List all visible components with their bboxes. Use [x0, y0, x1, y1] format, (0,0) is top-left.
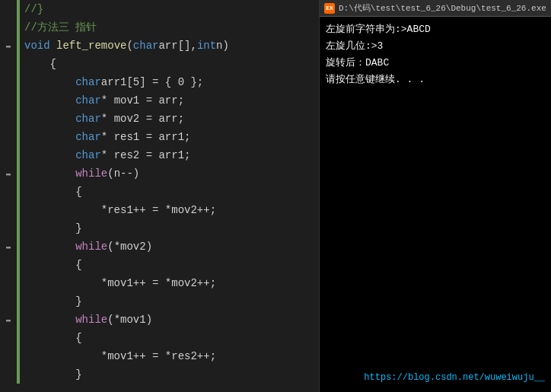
terminal-title: D:\代码\test\test_6_26\Debug\test_6_26.exe [339, 2, 546, 14]
code-line-11: { [0, 183, 319, 201]
kw-char-res2: char [75, 149, 101, 161]
line-content-7: char* mov2 = arr; [20, 110, 319, 128]
line-gutter-12 [0, 201, 17, 219]
collapse-icon-10[interactable]: ▬ [6, 170, 11, 178]
line-gutter-21 [0, 365, 17, 384]
keyword-int: int [197, 40, 216, 52]
code-line-15: { [0, 256, 319, 274]
terminal-line-1: 左旋前字符串为:>ABCD [326, 21, 545, 38]
terminal-line-3: 旋转后：DABC [326, 55, 545, 72]
terminal-line-4: 请按任意键继续. . . [326, 72, 545, 88]
line-content-14: while (*mov2) [20, 237, 319, 256]
line-content-20: *mov1++ = *res2++; [20, 347, 319, 365]
code-line-18: ▬ while (*mov1) [0, 311, 319, 329]
line-content-9: char* res2 = arr1; [20, 146, 319, 164]
line-content-4: { [20, 55, 319, 73]
terminal-titlebar: EX D:\代码\test\test_6_26\Debug\test_6_26.… [320, 0, 551, 17]
code-line-13: } [0, 219, 319, 237]
collapse-icon-18[interactable]: ▬ [6, 316, 11, 324]
keyword-while-1: while [75, 167, 107, 180]
code-line-16: *mov1++ = *mov2++; [0, 274, 319, 292]
line-content-3: void left_remove(char arr[], int n) [20, 37, 319, 55]
line-content-19: { [20, 329, 319, 347]
line-gutter-10[interactable]: ▬ [0, 164, 17, 183]
keyword-while-2: while [75, 241, 107, 253]
line-content-1: //} [20, 0, 319, 18]
line-gutter-20 [0, 347, 17, 365]
code-line-1: //} [0, 0, 319, 18]
line-gutter-7 [0, 110, 17, 128]
code-line-10: ▬ while (n--) [0, 164, 319, 183]
code-line-5: char arr1[5] = { 0 }; [0, 73, 319, 91]
line-gutter-17 [0, 292, 17, 311]
code-editor: //} //方法三 指针 ▬ void left_remove(char arr… [0, 0, 320, 392]
line-gutter-5 [0, 73, 17, 91]
terminal-app-icon: EX [324, 3, 335, 14]
line-content-13: } [20, 219, 319, 237]
code-line-17: } [0, 292, 319, 311]
code-line-9: char* res2 = arr1; [0, 146, 319, 164]
line-gutter-2 [0, 18, 17, 37]
code-line-7: char* mov2 = arr; [0, 110, 319, 128]
code-line-21: } [0, 365, 319, 384]
line-content-5: char arr1[5] = { 0 }; [20, 73, 319, 91]
line-content-15: { [20, 256, 319, 274]
line-gutter-9 [0, 146, 17, 164]
code-line-3: ▬ void left_remove(char arr[], int n) [0, 37, 319, 55]
line-gutter-4 [0, 55, 17, 73]
keyword-while-3: while [75, 314, 107, 326]
collapse-icon-14[interactable]: ▬ [6, 243, 11, 251]
line-content-17: } [20, 292, 319, 311]
code-line-4: { [0, 55, 319, 73]
line-gutter-1 [0, 0, 17, 18]
terminal-line-2: 左旋几位:>3 [326, 38, 545, 55]
comment-2: //方法三 指针 [24, 21, 97, 34]
terminal-body: 左旋前字符串为:>ABCD 左旋几位:>3 旋转后：DABC 请按任意键继续. … [320, 17, 551, 392]
kw-char-res1: char [75, 131, 101, 143]
line-content-18: while (*mov1) [20, 311, 319, 329]
line-gutter-14[interactable]: ▬ [0, 237, 17, 256]
func-name: left_remove [56, 40, 126, 52]
line-content-12: *res1++ = *mov2++; [20, 201, 319, 219]
line-gutter-18[interactable]: ▬ [0, 311, 17, 329]
code-line-8: char* res1 = arr1; [0, 128, 319, 146]
line-gutter-15 [0, 256, 17, 274]
terminal-panel: EX D:\代码\test\test_6_26\Debug\test_6_26.… [320, 0, 551, 392]
line-gutter-16 [0, 274, 17, 292]
line-content-10: while (n--) [20, 164, 319, 183]
kw-char-mov2: char [75, 113, 101, 125]
line-gutter-19 [0, 329, 17, 347]
line-content-8: char* res1 = arr1; [20, 128, 319, 146]
code-line-14: ▬ while (*mov2) [0, 237, 319, 256]
keyword-char: char [133, 40, 159, 52]
kw-char-mov1: char [75, 94, 101, 107]
terminal-url[interactable]: https://blog.csdn.net/wuweiwuju__ [364, 369, 545, 386]
code-line-12: *res1++ = *mov2++; [0, 201, 319, 219]
code-line-2: //方法三 指针 [0, 18, 319, 37]
keyword-void: void [24, 40, 50, 52]
line-gutter-8 [0, 128, 17, 146]
line-content-6: char* mov1 = arr; [20, 91, 319, 110]
kw-char-arr1: char [75, 76, 101, 88]
code-line-6: char* mov1 = arr; [0, 91, 319, 110]
line-content-11: { [20, 183, 319, 201]
line-gutter-6 [0, 91, 17, 110]
code-line-20: *mov1++ = *res2++; [0, 347, 319, 365]
line-content-16: *mov1++ = *mov2++; [20, 274, 319, 292]
collapse-icon-3[interactable]: ▬ [6, 42, 11, 50]
line-content-21: } [20, 365, 319, 384]
line-gutter-13 [0, 219, 17, 237]
code-line-19: { [0, 329, 319, 347]
line-gutter-11 [0, 183, 17, 201]
line-content-2: //方法三 指针 [20, 18, 319, 37]
comment-1: //} [24, 3, 43, 15]
line-gutter-3[interactable]: ▬ [0, 37, 17, 55]
